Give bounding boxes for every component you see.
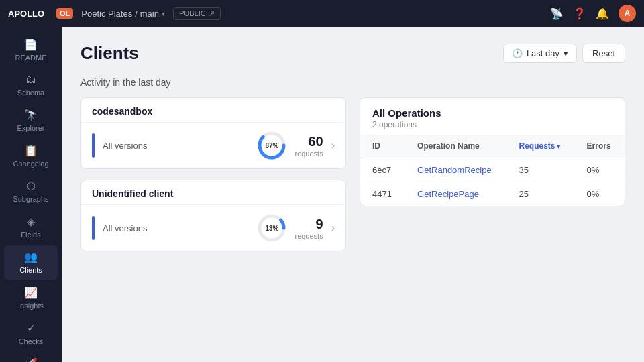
operations-count: 2 operations	[372, 120, 612, 129]
chevron-down-icon: ▾	[162, 10, 165, 17]
table-header-row: ID Operation Name Requests Errors	[360, 135, 625, 158]
breadcrumb[interactable]: Poetic Plates / main ▾	[81, 9, 165, 19]
operations-title: All Operations	[372, 107, 612, 119]
donut-chart: 13%	[257, 213, 286, 243]
requests-count: 9 requests	[294, 217, 323, 240]
user-badge[interactable]: OL	[56, 8, 73, 19]
avatar[interactable]: A	[619, 5, 636, 22]
client-row[interactable]: All versions 87% 60 requests ›	[81, 122, 345, 168]
visibility-badge[interactable]: PUBLIC ↗	[173, 7, 221, 20]
client-name: Unidentified client	[81, 180, 345, 204]
sidebar: 📄 README 🗂 Schema 🔭 Explorer 📋 Changelog…	[0, 27, 62, 362]
row-errors: 0%	[575, 182, 625, 206]
row-id: 6ec7	[360, 158, 405, 182]
chevron-down-icon: ▾	[564, 48, 568, 58]
clock-icon: 🕐	[512, 48, 523, 58]
client-name: codesandbox	[81, 98, 345, 122]
page-header: Clients 🕐 Last day ▾ Reset	[80, 43, 625, 64]
requests-label: requests	[294, 232, 323, 240]
client-indicator	[92, 216, 95, 240]
sidebar-item-schema[interactable]: 🗂 Schema	[4, 68, 58, 102]
row-operation-name: GetRandomRecipe	[405, 158, 506, 182]
row-requests: 25	[507, 182, 575, 206]
sidebar-item-explorer[interactable]: 🔭 Explorer	[4, 103, 58, 137]
col-header-name: Operation Name	[405, 135, 506, 158]
insights-icon: 📈	[24, 286, 38, 299]
sidebar-item-changelog[interactable]: 📋 Changelog	[4, 139, 58, 173]
main-content: Clients 🕐 Last day ▾ Reset Activity in t…	[62, 27, 644, 362]
sidebar-item-label: Fields	[21, 231, 40, 239]
client-indicator	[92, 133, 95, 158]
time-filter-selector[interactable]: 🕐 Last day ▾	[503, 44, 577, 63]
launches-icon: 🚀	[24, 357, 38, 362]
donut-chart: 87%	[257, 131, 286, 160]
svg-text:APOLLO: APOLLO	[8, 9, 44, 19]
table-row[interactable]: 4471 GetRecipePage 25 0%	[360, 182, 625, 206]
row-id: 4471	[360, 182, 405, 206]
reset-button[interactable]: Reset	[582, 44, 625, 63]
versions-label: All versions	[103, 223, 249, 233]
client-group-unidentified: Unidentified client All versions 13%	[80, 180, 346, 251]
topnav: APOLLO OL Poetic Plates / main ▾ PUBLIC …	[0, 0, 644, 27]
page-title: Clients	[80, 43, 139, 64]
separator: /	[135, 9, 138, 19]
apollo-logo: APOLLO	[8, 7, 48, 19]
header-actions: 🕐 Last day ▾ Reset	[503, 44, 625, 63]
row-operation-name: GetRecipePage	[405, 182, 506, 206]
sidebar-item-label: Explorer	[17, 124, 45, 132]
col-header-errors: Errors	[575, 135, 625, 158]
operations-table: All Operations 2 operations ID Operation…	[360, 97, 625, 206]
client-group-codesandbox: codesandbox All versions 87% 60	[80, 97, 346, 169]
sidebar-item-label: Changelog	[13, 160, 48, 168]
requests-count: 60 requests	[294, 134, 323, 158]
sidebar-item-label: Insights	[18, 302, 44, 310]
readme-icon: 📄	[24, 38, 38, 51]
content-grid: codesandbox All versions 87% 60	[80, 97, 625, 251]
bell-icon[interactable]: 🔔	[596, 7, 609, 20]
subgraphs-icon: ⬡	[26, 180, 36, 192]
sidebar-item-fields[interactable]: ◈ Fields	[4, 210, 58, 244]
visibility-label: PUBLIC	[179, 9, 206, 17]
row-errors: 0%	[575, 158, 625, 182]
branch-name: main	[140, 9, 159, 19]
chevron-right-icon: ›	[331, 139, 335, 152]
requests-label: requests	[294, 149, 323, 158]
client-row[interactable]: All versions 13% 9 requests ›	[81, 204, 345, 251]
count-value: 60	[294, 134, 323, 149]
project-name: Poetic Plates	[81, 9, 132, 19]
chevron-right-icon: ›	[331, 222, 335, 234]
sidebar-item-label: Subgraphs	[13, 195, 48, 203]
clients-icon: 👥	[24, 251, 38, 263]
donut-percentage: 87%	[257, 131, 286, 160]
sidebar-item-clients[interactable]: 👥 Clients	[4, 245, 58, 280]
sidebar-item-checks[interactable]: ✓ Checks	[4, 316, 58, 351]
changelog-icon: 📋	[24, 144, 38, 157]
versions-label: All versions	[103, 141, 249, 151]
time-filter-label: Last day	[527, 48, 559, 58]
topnav-left: APOLLO OL Poetic Plates / main ▾ PUBLIC …	[8, 7, 221, 20]
table-row[interactable]: 6ec7 GetRandomRecipe 35 0%	[360, 158, 625, 182]
sidebar-item-label: Clients	[19, 266, 42, 274]
external-link-icon: ↗	[209, 9, 215, 18]
sidebar-item-subgraphs[interactable]: ⬡ Subgraphs	[4, 174, 58, 208]
sidebar-item-label: README	[15, 54, 46, 62]
sidebar-item-insights[interactable]: 📈 Insights	[4, 281, 58, 315]
fields-icon: ◈	[27, 215, 35, 228]
sidebar-item-label: Schema	[17, 88, 44, 97]
schema-icon: 🗂	[25, 74, 36, 86]
count-value: 9	[294, 217, 323, 232]
operations-header: All Operations 2 operations	[360, 98, 625, 135]
activity-section-title: Activity in the last day	[80, 77, 625, 88]
col-header-requests[interactable]: Requests	[507, 135, 575, 158]
sidebar-item-launches[interactable]: 🚀 Launches	[4, 352, 58, 362]
operations-data-table: ID Operation Name Requests Errors 6ec7 G…	[360, 135, 625, 206]
sidebar-item-label: Checks	[19, 337, 44, 345]
col-header-id: ID	[360, 135, 405, 158]
donut-percentage: 13%	[257, 213, 286, 243]
help-icon[interactable]: ❓	[573, 7, 586, 20]
broadcast-icon[interactable]: 📡	[550, 7, 564, 20]
clients-list: codesandbox All versions 87% 60	[80, 97, 346, 251]
explorer-icon: 🔭	[24, 109, 38, 121]
sidebar-item-readme[interactable]: 📄 README	[4, 33, 58, 67]
checks-icon: ✓	[27, 322, 36, 335]
